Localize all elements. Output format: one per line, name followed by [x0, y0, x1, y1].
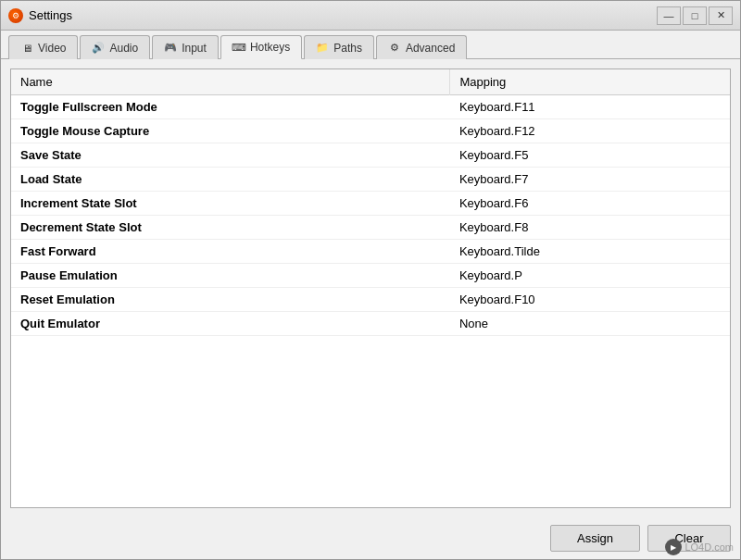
tab-paths-label: Paths	[333, 42, 362, 55]
watermark: ▶ LO4D.com	[665, 539, 734, 555]
settings-window: ⚙ Settings — □ ✕ 🖥 Video 🔊 Audio 🎮 Input	[0, 0, 741, 560]
hotkey-name-cell: Toggle Mouse Capture	[11, 119, 450, 143]
tab-input[interactable]: 🎮 Input	[152, 35, 219, 59]
hotkey-mapping-cell: Keyboard.F11	[450, 95, 730, 119]
hotkey-mapping-cell: None	[450, 312, 730, 336]
paths-icon: 📁	[316, 42, 329, 55]
tab-audio[interactable]: 🔊 Audio	[80, 35, 150, 59]
close-button[interactable]: ✕	[709, 6, 733, 25]
input-icon: 🎮	[164, 42, 177, 55]
table-row[interactable]: Load StateKeyboard.F7	[11, 168, 730, 192]
col-mapping-header: Mapping	[450, 69, 730, 95]
hotkey-name-cell: Save State	[11, 143, 450, 168]
table-row[interactable]: Quit EmulatorNone	[11, 312, 730, 336]
tab-audio-label: Audio	[109, 42, 138, 55]
hotkey-name-cell: Toggle Fullscreen Mode	[11, 95, 450, 119]
tab-hotkeys-label: Hotkeys	[250, 41, 290, 54]
title-bar-left: ⚙ Settings	[8, 8, 72, 23]
hotkey-name-cell: Load State	[11, 168, 450, 192]
hotkeys-table-container[interactable]: Name Mapping Toggle Fullscreen ModeKeybo…	[10, 68, 731, 508]
tab-hotkeys[interactable]: ⌨ Hotkeys	[220, 35, 302, 59]
video-icon: 🖥	[20, 42, 33, 55]
hotkeys-table: Name Mapping Toggle Fullscreen ModeKeybo…	[11, 69, 730, 336]
table-header-row: Name Mapping	[11, 69, 730, 95]
hotkey-mapping-cell: Keyboard.P	[450, 264, 730, 288]
bottom-bar: Assign Clear	[1, 517, 740, 559]
maximize-button[interactable]: □	[683, 6, 707, 25]
table-row[interactable]: Pause EmulationKeyboard.P	[11, 264, 730, 288]
table-row[interactable]: Save StateKeyboard.F5	[11, 143, 730, 168]
title-bar: ⚙ Settings — □ ✕	[1, 1, 740, 31]
hotkey-name-cell: Reset Emulation	[11, 288, 450, 312]
hotkey-name-cell: Fast Forward	[11, 240, 450, 264]
tab-video-label: Video	[38, 42, 66, 55]
tab-video[interactable]: 🖥 Video	[8, 35, 78, 59]
hotkey-mapping-cell: Keyboard.F12	[450, 119, 730, 143]
table-row[interactable]: Increment State SlotKeyboard.F6	[11, 192, 730, 216]
hotkey-mapping-cell: Keyboard.F7	[450, 168, 730, 192]
tab-paths[interactable]: 📁 Paths	[304, 35, 374, 59]
assign-button[interactable]: Assign	[550, 525, 640, 552]
hotkey-name-cell: Increment State Slot	[11, 192, 450, 216]
window-title: Settings	[29, 8, 72, 22]
audio-icon: 🔊	[92, 42, 105, 55]
hotkeys-icon: ⌨	[232, 41, 245, 54]
advanced-icon: ⚙	[388, 42, 401, 55]
hotkey-mapping-cell: Keyboard.F5	[450, 143, 730, 168]
tab-advanced-label: Advanced	[406, 42, 455, 55]
hotkey-name-cell: Decrement State Slot	[11, 216, 450, 240]
table-row[interactable]: Reset EmulationKeyboard.F10	[11, 288, 730, 312]
hotkey-mapping-cell: Keyboard.F8	[450, 216, 730, 240]
hotkey-mapping-cell: Keyboard.F6	[450, 192, 730, 216]
tab-input-label: Input	[182, 42, 207, 55]
col-name-header: Name	[11, 69, 450, 95]
table-row[interactable]: Decrement State SlotKeyboard.F8	[11, 216, 730, 240]
hotkey-mapping-cell: Keyboard.F10	[450, 288, 730, 312]
watermark-logo: ▶	[665, 539, 682, 555]
title-controls: — □ ✕	[657, 6, 733, 25]
content-area: Name Mapping Toggle Fullscreen ModeKeybo…	[1, 59, 740, 517]
app-icon: ⚙	[8, 8, 23, 23]
hotkey-name-cell: Quit Emulator	[11, 312, 450, 336]
table-row[interactable]: Toggle Mouse CaptureKeyboard.F12	[11, 119, 730, 143]
table-row[interactable]: Fast ForwardKeyboard.Tilde	[11, 240, 730, 264]
table-row[interactable]: Toggle Fullscreen ModeKeyboard.F11	[11, 95, 730, 119]
hotkey-mapping-cell: Keyboard.Tilde	[450, 240, 730, 264]
hotkey-name-cell: Pause Emulation	[11, 264, 450, 288]
tabs-bar: 🖥 Video 🔊 Audio 🎮 Input ⌨ Hotkeys 📁 Path…	[1, 31, 740, 59]
tab-advanced[interactable]: ⚙ Advanced	[376, 35, 467, 59]
minimize-button[interactable]: —	[657, 6, 681, 25]
